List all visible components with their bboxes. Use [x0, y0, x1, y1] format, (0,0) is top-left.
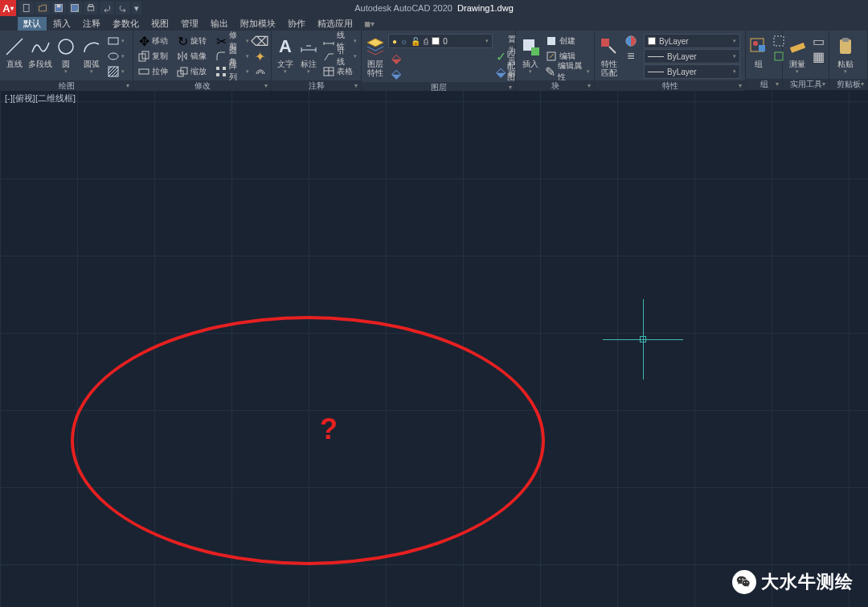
panel-utilities: 测量▾ ▭ ▦ 实用工具▾ [783, 31, 829, 90]
tab-view[interactable]: 视图 [145, 17, 174, 31]
trim-icon: ✂ [215, 35, 227, 47]
line-button[interactable]: 直线 [2, 32, 27, 68]
group-button[interactable]: 组 [748, 32, 769, 68]
leader-button[interactable]: 引线▾ [321, 49, 358, 64]
tab-featured[interactable]: 精选应用 [312, 17, 358, 31]
measure-button[interactable]: 测量▾ [785, 32, 809, 75]
layer-combo[interactable]: ● ☼ 🔓 ⎙ 0 ▾ [388, 34, 493, 48]
linetype-combo[interactable]: ByLayer▾ [644, 64, 740, 79]
polyline-icon [29, 35, 51, 58]
layer-properties-button[interactable]: 图层 特性 [364, 32, 387, 77]
circle-button[interactable]: 圆▾ [54, 32, 78, 75]
plot-button[interactable] [84, 2, 98, 14]
copy-button[interactable]: 复制 [136, 49, 173, 64]
saveas-button[interactable] [68, 2, 82, 14]
rectangle-button[interactable]: ▾ [105, 34, 126, 48]
erase-button[interactable]: ⌫ [252, 34, 268, 48]
title-bar: A▾ ▾ Autodesk AutoCAD 2020 Drawing1.dwg [0, 0, 868, 16]
app-logo[interactable]: A▾ [0, 0, 16, 16]
panel-layer: 图层 特性 ● ☼ 🔓 ⎙ 0 ▾ ⬙ ⬙ [362, 31, 516, 90]
plot-icon: ⎙ [424, 37, 428, 46]
line-icon [3, 35, 26, 58]
tab-addins[interactable]: 附加模块 [235, 17, 281, 31]
explode-icon: ✦ [255, 49, 265, 64]
undo-button[interactable] [100, 2, 114, 14]
calc-button[interactable]: ▦ [810, 49, 826, 64]
explode-button[interactable]: ✦ [252, 49, 268, 64]
color-swatch [432, 37, 440, 45]
stretch-button[interactable]: 拉伸 [136, 64, 173, 79]
array-button[interactable]: 阵列▾ [214, 64, 251, 79]
circle-icon [55, 35, 77, 58]
match-props-button[interactable]: 特性 匹配 [597, 32, 621, 77]
ltype-button[interactable]: ≡ [623, 49, 639, 64]
panel-group: 组 组▾ [746, 31, 783, 90]
move-button[interactable]: ✥移动 [136, 34, 173, 48]
tab-default[interactable]: 默认 [18, 17, 47, 31]
viewport-label[interactable]: [-][俯视][二维线框] [5, 92, 76, 105]
mirror-button[interactable]: 镜像 [174, 49, 211, 64]
array-icon [215, 65, 227, 78]
open-file-button[interactable] [35, 2, 50, 14]
tab-manage[interactable]: 管理 [175, 17, 204, 31]
svg-rect-2 [57, 5, 61, 8]
polyline-button[interactable]: 多段线 [28, 32, 52, 68]
dimension-button[interactable]: 标注▾ [298, 32, 319, 75]
window-title: Autodesk AutoCAD 2020 Drawing1.dwg [354, 3, 514, 13]
group-icon [747, 35, 770, 58]
table-button[interactable]: 表格 [321, 64, 358, 79]
app-name: Autodesk AutoCAD 2020 [354, 3, 452, 13]
svg-rect-21 [531, 47, 539, 55]
tab-output[interactable]: 输出 [205, 17, 234, 31]
create-block-button[interactable]: 创建 [543, 34, 592, 48]
arc-button[interactable]: 圆弧▾ [80, 32, 104, 75]
panel-modify-title: 修改 [194, 81, 211, 90]
ellipse-button[interactable]: ▾ [105, 49, 126, 64]
annotation-question-mark: ? [320, 412, 338, 446]
scale-icon [176, 65, 189, 78]
tab-extras[interactable]: ◼▾ [364, 19, 375, 28]
layer-off-button[interactable]: ⬙ [388, 51, 444, 65]
tab-insert[interactable]: 插入 [47, 17, 76, 31]
panel-annotation: A 文字▾ 标注▾ 线性▾ 引线▾ 表格 注释▾ [272, 31, 362, 90]
save-button[interactable] [51, 2, 66, 14]
qat-dropdown[interactable]: ▾ [132, 2, 141, 14]
panel-draw: 直线 多段线 圆▾ 圆弧▾ ▾ ▾ ▾ 绘图▾ [0, 31, 133, 90]
lineweight-combo[interactable]: ByLayer▾ [644, 49, 740, 64]
arc-icon [80, 35, 103, 58]
tab-collaborate[interactable]: 协作 [282, 17, 311, 31]
paste-button[interactable]: 粘贴▾ [832, 32, 859, 75]
color-combo[interactable]: ByLayer▾ [644, 34, 740, 48]
hatch-icon [107, 65, 120, 78]
svg-rect-12 [139, 69, 149, 74]
insert-block-button[interactable]: 插入▾ [518, 32, 542, 75]
make-current-icon: ✓ [496, 50, 506, 63]
linetype-icon: ≡ [627, 49, 634, 64]
tab-annotate[interactable]: 注释 [77, 17, 106, 31]
select-all-button[interactable]: ▭ [810, 34, 826, 48]
svg-rect-22 [547, 37, 555, 45]
text-button[interactable]: A 文字▾ [274, 32, 297, 75]
drawing-canvas[interactable]: [-][俯视][二维线框] ? 大水牛测绘 [0, 91, 868, 607]
svg-rect-24 [601, 39, 609, 47]
scale-button[interactable]: 缩放 [174, 64, 211, 79]
redo-button[interactable] [116, 2, 130, 14]
edit-attr-button[interactable]: ✎编辑属性▾ [543, 64, 592, 79]
tab-parametric[interactable]: 参数化 [107, 17, 145, 31]
copy-icon [137, 50, 150, 63]
leader-icon [322, 50, 335, 63]
lightbulb-icon: ● [392, 37, 397, 46]
new-file-button[interactable] [19, 2, 34, 14]
svg-rect-30 [775, 52, 783, 60]
stretch-icon [137, 65, 150, 78]
color-wheel-button[interactable] [623, 34, 639, 48]
crosshair-pickbox [640, 336, 646, 342]
wechat-icon [732, 570, 756, 594]
hatch-button[interactable]: ▾ [105, 64, 126, 79]
layer-iso-button[interactable]: ⬙ [388, 66, 444, 80]
annotation-ellipse [71, 316, 545, 565]
rotate-button[interactable]: ↻旋转 [174, 34, 211, 48]
svg-rect-17 [216, 73, 219, 76]
watermark-text: 大水牛测绘 [761, 570, 854, 594]
offset-button[interactable] [252, 64, 268, 79]
